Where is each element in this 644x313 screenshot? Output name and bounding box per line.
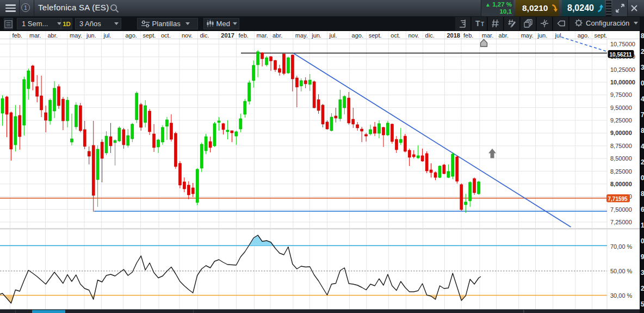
svg-text:ago.: ago. <box>126 32 137 39</box>
svg-text:4: 4 <box>641 95 644 103</box>
svg-text:dic.: dic. <box>425 32 435 39</box>
svg-text:mar.: mar. <box>482 32 493 39</box>
svg-text:8,00000: 8,00000 <box>610 181 632 187</box>
svg-text:feb.: feb. <box>463 32 473 39</box>
svg-text:1: 1 <box>641 222 644 229</box>
svg-text:may.: may. <box>521 32 534 39</box>
svg-text:50,00 %: 50,00 % <box>610 268 633 274</box>
svg-text:9,25000: 9,25000 <box>610 117 632 124</box>
svg-text:4: 4 <box>641 143 644 150</box>
svg-text:2: 2 <box>641 158 644 166</box>
svg-text:feb.: feb. <box>13 32 22 39</box>
svg-text:5: 5 <box>641 300 644 308</box>
svg-text:nov.: nov. <box>408 32 419 39</box>
svg-text:mar.: mar. <box>29 32 41 39</box>
svg-text:10,75000: 10,75000 <box>610 41 635 47</box>
svg-text:3: 3 <box>641 64 644 71</box>
svg-text:T: T <box>481 21 484 27</box>
svg-text:abr.: abr. <box>499 32 509 39</box>
svg-text:7: 7 <box>641 111 644 119</box>
svg-text:7,50000: 7,50000 <box>610 206 632 213</box>
svg-text:abr.: abr. <box>273 32 282 39</box>
svg-text:jun.: jun. <box>86 32 96 39</box>
svg-text:2018: 2018 <box>447 32 460 39</box>
svg-text:mar.: mar. <box>256 32 268 39</box>
svg-text:sept.: sept. <box>143 32 156 39</box>
svg-text:jul.: jul. <box>103 32 112 39</box>
svg-text:8,50000: 8,50000 <box>610 155 632 162</box>
svg-text:9,50000: 9,50000 <box>610 105 632 111</box>
svg-text:70,00 %: 70,00 % <box>610 243 633 250</box>
svg-text:jul.: jul. <box>329 32 337 39</box>
svg-text:9,00000: 9,00000 <box>610 130 632 136</box>
svg-text:feb.: feb. <box>239 32 249 39</box>
svg-text:8: 8 <box>641 190 644 198</box>
svg-text:6: 6 <box>641 206 644 213</box>
svg-text:8: 8 <box>641 127 644 134</box>
svg-text:9,75000: 9,75000 <box>610 91 632 98</box>
svg-text:dic.: dic. <box>200 32 209 39</box>
svg-text:oct.: oct. <box>161 32 171 39</box>
svg-text:8: 8 <box>641 32 644 40</box>
svg-text:7,71595: 7,71595 <box>608 196 628 202</box>
svg-text:T: T <box>475 19 480 28</box>
svg-text:10,25000: 10,25000 <box>610 66 635 73</box>
svg-text:0: 0 <box>641 237 644 245</box>
svg-text:nov.: nov. <box>182 32 193 39</box>
svg-text:ago.: ago. <box>352 32 363 39</box>
svg-text:9: 9 <box>641 253 644 261</box>
svg-text:jun.: jun. <box>311 32 321 39</box>
svg-text:10,00000: 10,00000 <box>610 79 635 85</box>
svg-text:may.: may. <box>70 32 82 39</box>
svg-text:0: 0 <box>641 174 644 182</box>
svg-text:sept.: sept. <box>595 32 608 39</box>
svg-text:2: 2 <box>641 48 644 56</box>
svg-text:3: 3 <box>641 269 644 277</box>
svg-text:0: 0 <box>641 79 644 87</box>
svg-text:10,56211: 10,56211 <box>610 52 633 58</box>
svg-text:8,25000: 8,25000 <box>610 168 632 175</box>
svg-text:may.: may. <box>295 32 308 39</box>
svg-text:8,75000: 8,75000 <box>610 143 632 149</box>
svg-text:30,00 %: 30,00 % <box>610 292 633 299</box>
svg-text:abr.: abr. <box>48 32 58 39</box>
svg-text:2017: 2017 <box>221 32 234 39</box>
svg-text:ago.: ago. <box>578 32 589 39</box>
svg-text:2: 2 <box>641 285 644 292</box>
svg-text:oct.: oct. <box>391 32 400 39</box>
svg-text:7,25000: 7,25000 <box>610 219 632 225</box>
svg-text:jun.: jun. <box>537 32 548 39</box>
svg-text:sept.: sept. <box>369 32 382 39</box>
